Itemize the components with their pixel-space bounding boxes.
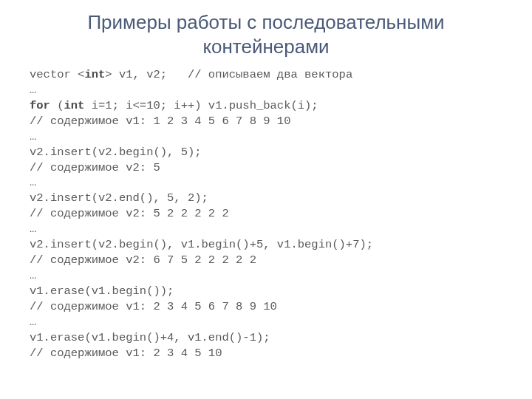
code-text: … bbox=[30, 130, 36, 143]
code-text: // содержимое v2: 6 7 5 2 2 2 2 2 bbox=[30, 253, 256, 267]
code-text: … bbox=[30, 316, 36, 329]
code-text: ( bbox=[50, 99, 64, 112]
code-line: // содержимое v1: 2 3 4 5 6 7 8 9 10 bbox=[30, 299, 502, 315]
code-line: … bbox=[30, 129, 502, 145]
code-text: vector < bbox=[30, 68, 84, 81]
code-text: … bbox=[30, 176, 36, 189]
code-line: v1.erase(v1.begin()+4, v1.end()-1); bbox=[30, 330, 502, 346]
code-line: // содержимое v2: 5 bbox=[30, 160, 502, 176]
code-text: … bbox=[30, 222, 36, 236]
code-text: // содержимое v1: 2 3 4 5 6 7 8 9 10 bbox=[30, 300, 277, 313]
code-text: v2.insert(v2.begin(), v1.begin()+5, v1.b… bbox=[30, 238, 373, 251]
code-text: // содержимое v1: 2 3 4 5 10 bbox=[30, 347, 222, 360]
code-text: i=1; i<=10; i++) v1.push_back(i); bbox=[84, 99, 318, 112]
code-line: … bbox=[30, 83, 502, 98]
code-line: // содержимое v1: 2 3 4 5 10 bbox=[30, 346, 502, 361]
slide-title: Примеры работы с последовательными конте… bbox=[30, 10, 502, 58]
code-line: for (int i=1; i<=10; i++) v1.push_back(i… bbox=[30, 98, 502, 114]
code-text: v2.insert(v2.begin(), 5); bbox=[30, 146, 202, 159]
code-line: … bbox=[30, 175, 502, 191]
code-line: v2.insert(v2.begin(), 5); bbox=[30, 145, 502, 160]
code-text: v2.insert(v2.end(), 5, 2); bbox=[30, 191, 208, 205]
code-text: > v1, v2; // описываем два вектора bbox=[105, 68, 352, 81]
code-text: v1.erase(v1.begin()+4, v1.end()-1); bbox=[30, 331, 270, 344]
slide: Примеры работы с последовательными конте… bbox=[0, 0, 532, 399]
code-line: vector <int> v1, v2; // описываем два ве… bbox=[30, 67, 502, 83]
code-line: v2.insert(v2.begin(), v1.begin()+5, v1.b… bbox=[30, 237, 502, 253]
code-text: // содержимое v2: 5 bbox=[30, 161, 160, 174]
code-line: v2.insert(v2.end(), 5, 2); bbox=[30, 191, 502, 206]
code-keyword: int bbox=[64, 99, 85, 112]
code-text: … bbox=[30, 83, 36, 97]
code-line: … bbox=[30, 315, 502, 330]
code-text: … bbox=[30, 269, 36, 282]
code-line: // содержимое v1: 1 2 3 4 5 6 7 8 9 10 bbox=[30, 114, 502, 129]
code-line: … bbox=[30, 222, 502, 237]
code-line: // содержимое v2: 5 2 2 2 2 2 bbox=[30, 206, 502, 222]
code-line: // содержимое v2: 6 7 5 2 2 2 2 2 bbox=[30, 253, 502, 268]
code-line: v1.erase(v1.begin()); bbox=[30, 284, 502, 299]
code-line: … bbox=[30, 268, 502, 284]
code-text: v1.erase(v1.begin()); bbox=[30, 284, 174, 298]
code-keyword: int bbox=[84, 68, 105, 81]
code-text: // содержимое v2: 5 2 2 2 2 2 bbox=[30, 207, 229, 220]
code-text: // содержимое v1: 1 2 3 4 5 6 7 8 9 10 bbox=[30, 115, 290, 128]
code-block: vector <int> v1, v2; // описываем два ве… bbox=[30, 67, 502, 361]
code-keyword: for bbox=[30, 99, 50, 112]
